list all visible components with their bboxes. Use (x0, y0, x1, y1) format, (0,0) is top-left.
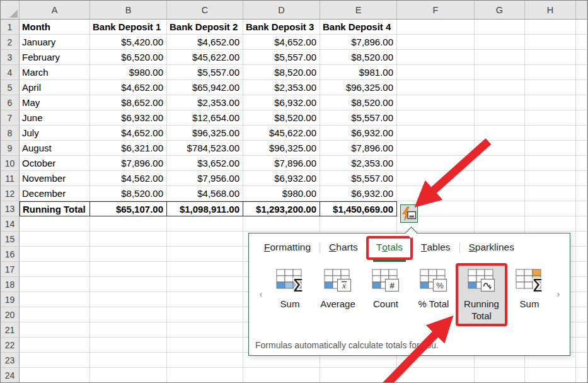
cell-B21[interactable] (90, 322, 167, 338)
cell-E14[interactable] (320, 216, 397, 232)
tab-sparklines[interactable]: Sparklines (460, 239, 523, 256)
row-header-19[interactable]: 19 (1, 292, 20, 307)
cell-A19[interactable] (20, 292, 90, 307)
row-header-5[interactable]: 5 (1, 80, 20, 95)
cell-X3[interactable] (576, 50, 587, 65)
cell-B24[interactable] (90, 368, 167, 383)
cell-H11[interactable] (525, 171, 576, 186)
cell-F24[interactable] (397, 368, 475, 383)
cell-C12[interactable]: $4,568.00 (167, 186, 243, 201)
gallery-scroll-right[interactable]: › (553, 289, 563, 299)
gallery-item-percent-total[interactable]: %% Total (410, 265, 458, 324)
cell-B6[interactable]: $8,652.00 (90, 95, 167, 110)
cell-E8[interactable]: $6,932.00 (320, 126, 397, 141)
row-header-14[interactable]: 14 (1, 216, 20, 232)
cell-A3[interactable]: February (20, 50, 90, 65)
cell-C6[interactable]: $2,353.00 (167, 95, 243, 110)
tab-tables[interactable]: Tables (412, 239, 459, 256)
select-all-button[interactable] (1, 1, 20, 19)
cell-F1[interactable] (397, 20, 475, 35)
cell-C23[interactable] (167, 353, 243, 368)
cell-E13[interactable]: $1,450,669.00 (320, 201, 397, 216)
cell-C18[interactable] (167, 277, 243, 292)
cell-C10[interactable]: $3,652.00 (167, 156, 243, 171)
quick-analysis-button[interactable] (400, 204, 418, 223)
cell-A11[interactable]: November (20, 171, 90, 186)
cell-X7[interactable] (576, 110, 587, 126)
row-header-9[interactable]: 9 (1, 141, 20, 156)
column-header-B[interactable]: B (90, 1, 167, 19)
cell-A20[interactable] (20, 307, 90, 322)
cell-B7[interactable]: $6,932.00 (90, 110, 167, 126)
cell-A7[interactable]: June (20, 110, 90, 126)
cell-C24[interactable] (167, 368, 243, 383)
cell-A4[interactable]: March (20, 65, 90, 80)
cell-D8[interactable]: $45,622.00 (243, 126, 320, 141)
cell-D4[interactable]: $8,520.00 (243, 65, 320, 80)
row-header-11[interactable]: 11 (1, 171, 20, 186)
cell-A15[interactable] (20, 232, 90, 247)
cell-X4[interactable] (576, 65, 587, 80)
row-header-18[interactable]: 18 (1, 277, 20, 292)
cell-X13[interactable] (576, 201, 587, 216)
cell-B20[interactable] (90, 307, 167, 322)
row-header-7[interactable]: 7 (1, 110, 20, 126)
cell-G6[interactable] (475, 95, 525, 110)
cell-G12[interactable] (475, 186, 525, 201)
cell-F7[interactable] (397, 110, 475, 126)
cell-G14[interactable] (475, 216, 525, 232)
cell-G3[interactable] (475, 50, 525, 65)
cell-C13[interactable]: $1,098,911.00 (167, 201, 243, 216)
cell-H6[interactable] (525, 95, 576, 110)
cell-B14[interactable] (90, 216, 167, 232)
cell-A21[interactable] (20, 322, 90, 338)
gallery-item-average[interactable]: xAverage (314, 265, 362, 324)
column-header-F[interactable]: F (397, 1, 475, 19)
row-header-23[interactable]: 23 (1, 353, 20, 368)
cell-B3[interactable]: $6,520.00 (90, 50, 167, 65)
cell-X16[interactable] (576, 247, 587, 262)
cell-H1[interactable] (525, 20, 576, 35)
row-header-24[interactable]: 24 (1, 368, 20, 383)
cell-H13[interactable] (525, 201, 576, 216)
cell-E11[interactable]: $5,557.00 (320, 171, 397, 186)
cell-A6[interactable]: May (20, 95, 90, 110)
cell-D6[interactable]: $6,932.00 (243, 95, 320, 110)
cell-F12[interactable] (397, 186, 475, 201)
cell-X5[interactable] (576, 80, 587, 95)
cell-D13[interactable]: $1,293,200.00 (243, 201, 320, 216)
cell-D2[interactable]: $4,652.00 (243, 35, 320, 50)
cell-X17[interactable] (576, 262, 587, 277)
cell-F2[interactable] (397, 35, 475, 50)
cell-X9[interactable] (576, 141, 587, 156)
cell-H14[interactable] (525, 216, 576, 232)
cell-F11[interactable] (397, 171, 475, 186)
cell-G7[interactable] (475, 110, 525, 126)
cell-B2[interactable]: $5,420.00 (90, 35, 167, 50)
cell-A17[interactable] (20, 262, 90, 277)
cell-A24[interactable] (20, 368, 90, 383)
tab-formatting[interactable]: Formatting (255, 239, 320, 256)
cell-A16[interactable] (20, 247, 90, 262)
gallery-item-count[interactable]: #Count (362, 265, 410, 324)
cell-H8[interactable] (525, 126, 576, 141)
gallery-item-sum-blue[interactable]: ΣSum (266, 265, 314, 324)
cell-B15[interactable] (90, 232, 167, 247)
cell-C20[interactable] (167, 307, 243, 322)
cell-X19[interactable] (576, 292, 587, 307)
row-header-15[interactable]: 15 (1, 232, 20, 247)
row-header-13[interactable]: 13 (1, 201, 20, 216)
cell-C16[interactable] (167, 247, 243, 262)
row-header-4[interactable]: 4 (1, 65, 20, 80)
cell-D10[interactable]: $7,896.00 (243, 156, 320, 171)
cell-H10[interactable] (525, 156, 576, 171)
cell-X11[interactable] (576, 171, 587, 186)
cell-H9[interactable] (525, 141, 576, 156)
cell-F10[interactable] (397, 156, 475, 171)
cell-X8[interactable] (576, 126, 587, 141)
cell-X24[interactable] (576, 368, 587, 383)
cell-X23[interactable] (576, 353, 587, 368)
row-header-2[interactable]: 2 (1, 35, 20, 50)
cell-F3[interactable] (397, 50, 475, 65)
cell-X21[interactable] (576, 322, 587, 338)
